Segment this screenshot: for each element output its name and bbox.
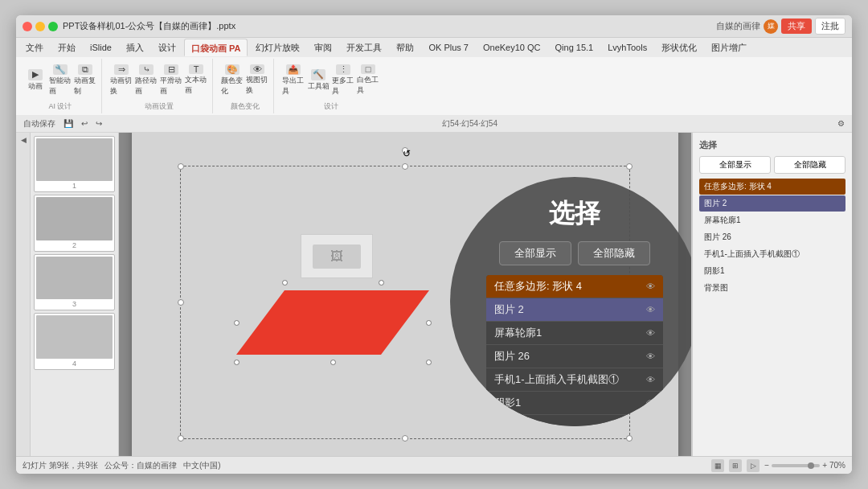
view-reading[interactable]: ▷ [747, 459, 760, 472]
right-item-4[interactable]: 手机1-上面插入手机截图① [699, 246, 845, 262]
tab-insert[interactable]: 插入 [120, 39, 150, 56]
qa-save[interactable]: 💾 [61, 118, 76, 129]
close-button[interactable] [23, 22, 32, 31]
right-item-2[interactable]: 屏幕轮廓1 [699, 212, 845, 228]
selection-buttons: 全部显示 全部隐藏 [499, 241, 650, 265]
quick-access-bar: 自动保存 💾 ↩ ↪ 幻54·幻54·幻54 ⚙ [16, 115, 852, 133]
ribbon-btn-13[interactable]: □ 白色工具 [357, 69, 379, 92]
ribbon-btn-11[interactable]: 🔨 工具箱 [307, 69, 330, 92]
tab-devtools[interactable]: 开发工具 [340, 39, 388, 56]
shape-handle-ml[interactable] [234, 320, 240, 326]
ribbon-btn-2[interactable]: 🔧 智能动画 [49, 69, 72, 92]
tab-review[interactable]: 审阅 [308, 39, 338, 56]
ribbon-btn-8[interactable]: 🎨 颜色变化 [221, 69, 244, 92]
right-panel-content: 选择 全部显示 全部隐藏 任意多边形: 形状 4 图片 2 屏幕轮廓1 图片 2… [692, 133, 852, 456]
left-panel-btn[interactable]: ◀ [19, 136, 27, 144]
ribbon-group-1-label: AI 设计 [48, 101, 72, 112]
tab-shape[interactable]: 形状优化 [655, 39, 703, 56]
ribbon-group-2-label: 动画设置 [145, 101, 174, 112]
slide-thumb-img-4 [36, 315, 113, 358]
comment-button[interactable]: 注批 [815, 18, 845, 35]
right-panel-buttons: 全部显示 全部隐藏 [699, 156, 845, 174]
qa-settings[interactable]: ⚙ [835, 118, 847, 129]
list-item-0-eye: 👁 [646, 281, 655, 291]
tab-lvyh[interactable]: LvyhTools [601, 39, 653, 56]
shape-handle-b2[interactable] [330, 360, 336, 365]
shape-handle-t1[interactable] [282, 280, 288, 286]
ribbon-btn-5[interactable]: ⤷ 路径动画 [135, 69, 158, 92]
right-show-all[interactable]: 全部显示 [699, 156, 771, 174]
list-item-6[interactable]: 背景图 👁 [486, 415, 663, 426]
tab-file[interactable]: 文件 [19, 39, 50, 56]
handle-tl[interactable] [178, 163, 184, 170]
ribbon-btn-12[interactable]: ⋮ 更多工具 [332, 69, 354, 92]
show-all-button[interactable]: 全部显示 [499, 241, 571, 265]
tab-qing[interactable]: Qing 15.1 [549, 39, 600, 56]
handle-bc[interactable] [402, 435, 408, 442]
ribbon-group-1: ▶ 动画 🔧 智能动画 ⧉ 动画复制 AI 设计 [19, 59, 102, 113]
rotate-handle[interactable]: ↺ [402, 147, 408, 154]
list-item-4[interactable]: 手机1-上面插入手机截图① 👁 [486, 368, 663, 392]
tab-pa[interactable]: 口袋动画 PA [184, 39, 248, 56]
tab-design[interactable]: 设计 [152, 39, 182, 56]
qa-undo[interactable]: ↩ [79, 118, 90, 129]
ribbon-group-3: 🎨 颜色变化 👁 视图切换 颜色变化 [216, 59, 274, 113]
right-item-0[interactable]: 任意多边形: 形状 4 [699, 179, 845, 195]
ribbon-btn-9[interactable]: 👁 视图切换 [246, 69, 268, 92]
right-item-6[interactable]: 背景图 [699, 280, 845, 296]
list-item-0-label: 任意多边形: 形状 4 [494, 279, 582, 294]
shape-handle-mr[interactable] [426, 320, 432, 326]
list-item-1[interactable]: 图片 2 👁 [486, 298, 663, 322]
right-hide-all[interactable]: 全部隐藏 [774, 156, 845, 174]
slide-thumb-4[interactable]: 4 [34, 313, 115, 369]
ribbon-tabs: 文件 开始 iSlide 插入 设计 口袋动画 PA 幻灯片放映 审阅 开发工具… [16, 38, 852, 57]
tab-okplus[interactable]: OK Plus 7 [422, 39, 475, 56]
shape-handle-b1[interactable] [234, 360, 240, 365]
right-item-3[interactable]: 图片 26 [699, 229, 845, 245]
canvas-area[interactable]: ↺ 🖼 [119, 133, 691, 456]
list-item-5-label: 阴影1 [494, 396, 521, 410]
list-item-2[interactable]: 屏幕轮廓1 👁 [486, 322, 663, 345]
ribbon-btn-4[interactable]: ⇒ 动画切换 [110, 69, 133, 92]
shape-handle-b3[interactable] [426, 360, 432, 365]
zoom-slider[interactable] [772, 464, 820, 467]
minimize-button[interactable] [35, 22, 45, 31]
view-slide[interactable]: ⊞ [729, 459, 742, 472]
tab-home[interactable]: 开始 [51, 39, 82, 56]
tab-slideshow[interactable]: 幻灯片放映 [249, 39, 306, 56]
right-item-5[interactable]: 阴影1 [699, 263, 845, 279]
list-item-6-label: 背景图 [494, 419, 526, 426]
zoom-out[interactable]: − [764, 461, 769, 470]
handle-ml[interactable] [178, 299, 184, 306]
maximize-button[interactable] [48, 22, 58, 31]
qa-redo[interactable]: ↪ [93, 118, 104, 129]
zoom-in[interactable]: + [822, 461, 827, 470]
ribbon-btn-7[interactable]: T 文本动画 [185, 69, 207, 92]
slide-thumbnail-panel[interactable]: 1 2 3 4 [31, 133, 119, 456]
ribbon-btn-1[interactable]: ▶ 动画 [24, 69, 47, 92]
handle-tr[interactable] [626, 163, 633, 170]
tab-help[interactable]: 帮助 [390, 39, 420, 56]
view-normal[interactable]: ▦ [711, 459, 724, 472]
share-button[interactable]: 共享 [781, 18, 812, 34]
tab-onekey[interactable]: OneKey10 QC [477, 39, 547, 56]
handle-bl[interactable] [178, 435, 184, 442]
ribbon-group-4: 📤 导出工具 🔨 工具箱 ⋮ 更多工具 □ 白色工具 设计 [277, 59, 384, 113]
slide-thumb-2[interactable]: 2 [34, 195, 115, 251]
ribbon-btn-6[interactable]: ⊟ 平滑动画 [160, 69, 182, 92]
list-item-5[interactable]: 阴影1 👁 [486, 392, 663, 415]
list-item-3[interactable]: 图片 26 👁 [486, 345, 663, 368]
office-label: 公众号：自媒的画律 [104, 460, 177, 471]
slide-thumb-3[interactable]: 3 [34, 254, 115, 310]
slide-thumb-1[interactable]: 1 [34, 136, 115, 192]
tool-icon: 🔨 [311, 69, 326, 80]
handle-tc[interactable] [402, 163, 408, 170]
ribbon-btn-3[interactable]: ⧉ 动画复制 [74, 69, 96, 92]
tab-img[interactable]: 图片增广 [705, 39, 753, 56]
ribbon-btn-10[interactable]: 📤 导出工具 [282, 69, 305, 92]
tab-islide[interactable]: iSlide [84, 39, 118, 56]
right-item-1[interactable]: 图片 2 [699, 195, 845, 212]
hide-all-button[interactable]: 全部隐藏 [578, 241, 650, 265]
shape-handle-t2[interactable] [379, 280, 384, 286]
list-item-0[interactable]: 任意多边形: 形状 4 👁 [486, 275, 663, 298]
